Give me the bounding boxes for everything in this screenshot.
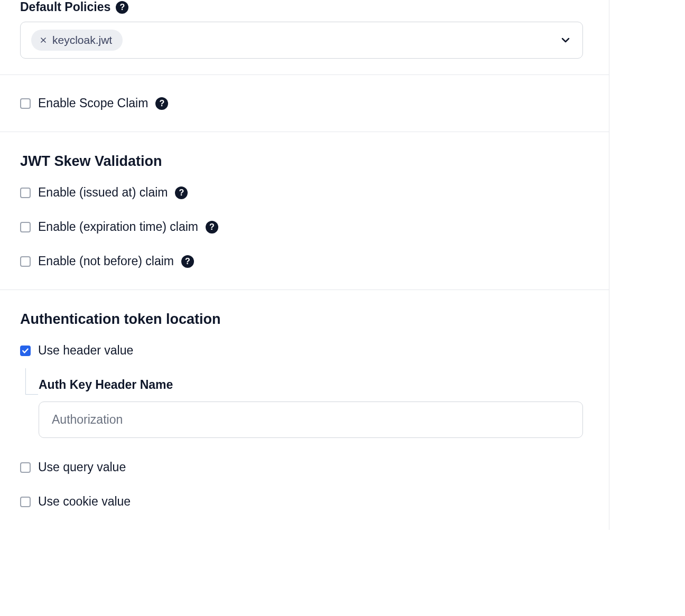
enable-exp-checkbox[interactable] xyxy=(20,222,31,232)
use-header-label[interactable]: Use header value xyxy=(38,343,133,358)
use-query-label[interactable]: Use query value xyxy=(38,460,126,474)
auth-token-location-title: Authentication token location xyxy=(20,311,609,328)
use-header-checkbox[interactable] xyxy=(20,346,31,356)
policy-tag: keycloak.jwt xyxy=(31,30,123,51)
enable-iat-checkbox[interactable] xyxy=(20,188,31,198)
help-icon[interactable]: ? xyxy=(175,186,188,199)
remove-tag-icon[interactable] xyxy=(40,36,47,44)
enable-scope-claim-checkbox[interactable] xyxy=(20,98,31,109)
use-cookie-checkbox[interactable] xyxy=(20,497,31,507)
help-icon[interactable]: ? xyxy=(116,1,128,14)
help-icon[interactable]: ? xyxy=(181,255,194,268)
enable-nbf-checkbox[interactable] xyxy=(20,256,31,267)
default-policies-label: Default Policies xyxy=(20,0,110,14)
enable-iat-label[interactable]: Enable (issued at) claim xyxy=(38,185,168,200)
use-query-checkbox[interactable] xyxy=(20,462,31,473)
enable-nbf-label[interactable]: Enable (not before) claim xyxy=(38,254,174,268)
enable-exp-label[interactable]: Enable (expiration time) claim xyxy=(38,220,198,234)
help-icon[interactable]: ? xyxy=(206,221,218,234)
default-policies-select[interactable]: keycloak.jwt xyxy=(20,22,583,59)
jwt-skew-title: JWT Skew Validation xyxy=(20,153,609,170)
chevron-down-icon xyxy=(559,34,572,46)
help-icon[interactable]: ? xyxy=(155,97,168,110)
tree-connector xyxy=(25,368,38,395)
enable-scope-claim-label[interactable]: Enable Scope Claim xyxy=(38,96,148,110)
auth-key-header-name-input[interactable] xyxy=(39,402,583,438)
policy-tag-label: keycloak.jwt xyxy=(52,34,112,46)
auth-key-header-name-label: Auth Key Header Name xyxy=(39,378,609,392)
use-cookie-label[interactable]: Use cookie value xyxy=(38,494,131,509)
